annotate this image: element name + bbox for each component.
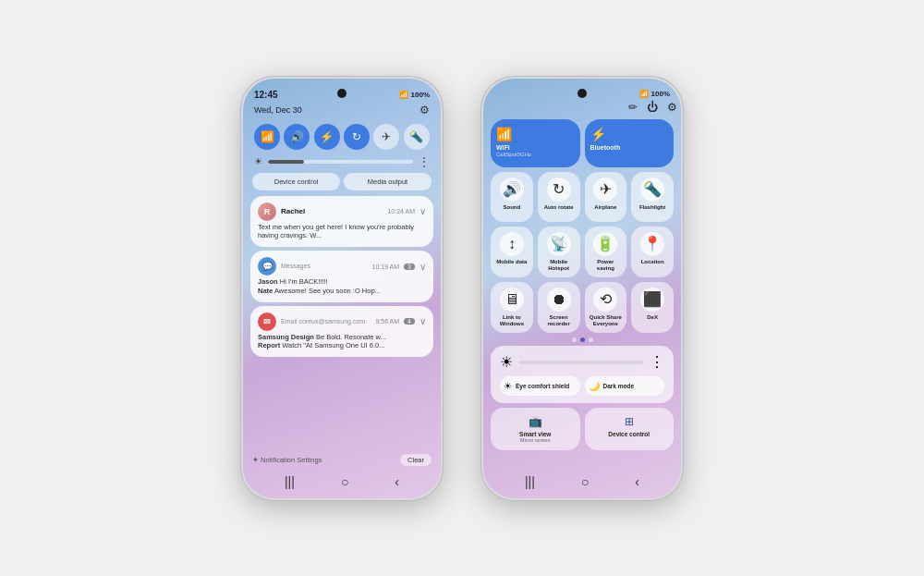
control-btns-1: Device control Media output	[243, 170, 441, 193]
status-icons-2: 📶 100%	[639, 90, 670, 98]
notif-email-body: Samsung Design Be Bold. Resonate w... Re…	[258, 333, 426, 351]
qs-date-1: Wed, Dec 30	[254, 105, 302, 115]
qs-tile-dex[interactable]: ⬛ DeX	[631, 282, 674, 333]
phone-2: 12:45 📶 100% ✏ ⏻ ⚙ 📶 WiFi CellSpot5GHz ⚡	[480, 76, 684, 501]
smart-view-label: Smart view	[519, 431, 551, 437]
gear-icon-1[interactable]: ⚙	[419, 104, 430, 116]
qs-tile-flashlight[interactable]: 🔦 Flashlight	[631, 172, 674, 222]
qs-tile-mobiledata[interactable]: ↕ Mobile data	[491, 227, 533, 277]
time-1: 12:45	[254, 90, 278, 100]
qs-row-2: 🔊 Sound ↻ Auto rotate ✈ Airplane 🔦 Flash…	[491, 172, 674, 222]
flashlight-tile-icon: 🔦	[640, 178, 664, 202]
gear-icon-2[interactable]: ⚙	[667, 101, 677, 114]
notif-rachel-sender: Rachel	[281, 207, 305, 215]
quickshare-tile-icon: ⟲	[593, 288, 617, 312]
power-icon[interactable]: ⏻	[647, 101, 658, 114]
mobiledata-tile-icon: ↕	[500, 232, 524, 256]
qs-tile-powersave[interactable]: 🔋 Power saving	[585, 227, 627, 277]
qs-top-icons-2: ✏ ⏻ ⚙	[483, 101, 681, 119]
qs-tile-quickshare[interactable]: ⟲ Quick Share Everyone	[585, 282, 627, 333]
toggle-flashlight[interactable]: 🔦	[404, 124, 430, 150]
linkwindows-tile-icon: 🖥	[500, 288, 524, 312]
brightness-more-2[interactable]: ⋮	[650, 353, 664, 371]
eye-comfort-btn[interactable]: ☀ Eye comfort shield	[500, 376, 580, 396]
toggle-bluetooth[interactable]: ⚡	[314, 124, 340, 150]
notif-rachel[interactable]: R Rachel 10:24 AM ∨ Text me when you get…	[250, 196, 433, 248]
brightness-panel-row: ☀ ⋮	[500, 353, 664, 371]
dark-mode-btn[interactable]: 🌙 Dark mode	[585, 376, 665, 396]
sound-tile-icon: 🔊	[500, 178, 524, 202]
hotspot-tile-label: Mobile Hotspot	[541, 259, 577, 272]
nav-recent-2[interactable]: |||	[525, 474, 535, 489]
qs-tile-sound[interactable]: 🔊 Sound	[491, 172, 533, 222]
smart-view-tile[interactable]: 📺 Smart view Mirror screen	[491, 408, 580, 450]
powersave-tile-label: Power saving	[589, 259, 624, 272]
qs-tile-linkwindows[interactable]: 🖥 Link to Windows	[491, 282, 533, 333]
dark-mode-label: Dark mode	[603, 383, 635, 389]
nav-recent-1[interactable]: |||	[285, 474, 295, 489]
dex-tile-label: DeX	[647, 314, 658, 321]
notif-rachel-body: Text me when you get here! I know you're…	[258, 223, 426, 241]
notif-msg-2: Nate Awesome! See you soon :O Hop...	[258, 287, 426, 296]
rotate-tile-icon: ↻	[547, 178, 571, 202]
notif-email-expand[interactable]: ∨	[419, 316, 426, 326]
device-control-tile[interactable]: ⊞ Device control	[585, 408, 675, 450]
dot-3	[589, 337, 593, 342]
notif-messages-expand[interactable]: ∨	[419, 262, 426, 272]
notif-messages-avatar: 💬	[258, 257, 276, 276]
device-control-btn[interactable]: Device control	[252, 173, 340, 190]
toggle-airplane[interactable]: ✈	[373, 124, 399, 150]
brightness-icon-1: ☀	[254, 156, 262, 166]
qs-tile-screenrec[interactable]: ⏺ Screen recorder	[538, 282, 580, 333]
screenrec-tile-label: Screen recorder	[541, 314, 577, 327]
brightness-row-1: ☀ ⋮	[243, 153, 441, 170]
toggle-sound[interactable]: 🔊	[284, 124, 310, 150]
phone-2-screen: 12:45 📶 100% ✏ ⏻ ⚙ 📶 WiFi CellSpot5GHz ⚡	[483, 79, 681, 498]
qs-tile-airplane[interactable]: ✈ Airplane	[585, 172, 627, 222]
nav-home-1[interactable]: ○	[341, 474, 348, 489]
wifi-tile-label: WiFi	[496, 144, 510, 152]
brightness-bar-1[interactable]	[268, 160, 413, 164]
brightness-fill-1	[268, 160, 304, 164]
notif-email[interactable]: ✉ Email coreux@samsung.com 9:56 AM 4 ∨ S…	[250, 306, 433, 358]
brightness-more-1[interactable]: ⋮	[419, 155, 430, 168]
toggle-rotate[interactable]: ↻	[344, 124, 370, 150]
notif-rachel-time: 10:24 AM	[387, 208, 415, 214]
brightness-panel-bar[interactable]	[518, 361, 644, 364]
notification-settings-label[interactable]: ✦ Notification Settings	[252, 456, 322, 464]
location-tile-icon: 📍	[640, 232, 664, 256]
notif-messages-time: 10:19 AM	[372, 263, 400, 270]
nav-home-2[interactable]: ○	[581, 474, 589, 489]
nav-back-2[interactable]: ‹	[635, 474, 639, 489]
media-output-btn[interactable]: Media output	[344, 173, 432, 190]
eye-dark-row: ☀ Eye comfort shield 🌙 Dark mode	[500, 376, 664, 396]
qs-tile-wifi[interactable]: 📶 WiFi CellSpot5GHz	[491, 119, 580, 167]
powersave-tile-icon: 🔋	[593, 232, 617, 256]
qs-tile-hotspot[interactable]: 📡 Mobile Hotspot	[538, 227, 580, 277]
notif-rachel-expand[interactable]: ∨	[419, 206, 426, 216]
smart-view-sub: Mirror screen	[520, 437, 550, 443]
eye-comfort-label: Eye comfort shield	[516, 383, 569, 389]
notif-messages-app: Messages	[281, 263, 310, 269]
battery-1: 100%	[411, 91, 430, 99]
notif-messages-header: 💬 Messages 10:19 AM 3 ∨	[258, 257, 426, 276]
clear-btn[interactable]: Clear	[400, 454, 432, 466]
eye-comfort-icon: ☀	[504, 381, 512, 391]
notif-email-1: Samsung Design Be Bold. Resonate w...	[258, 333, 426, 342]
notif-email-avatar: ✉	[258, 313, 276, 331]
qs-tile-location[interactable]: 📍 Location	[631, 227, 674, 277]
toggle-wifi[interactable]: 📶	[254, 124, 280, 150]
qs-tile-autorotate[interactable]: ↻ Auto rotate	[538, 172, 580, 222]
quickshare-tile-label: Quick Share Everyone	[589, 314, 624, 327]
status-icons-1: 📶 100%	[399, 91, 430, 99]
notif-messages[interactable]: 💬 Messages 10:19 AM 3 ∨ Jason Hi I'm BAC…	[250, 251, 433, 302]
qs-tile-bluetooth[interactable]: ⚡ Bluetooth	[585, 119, 675, 167]
pencil-icon[interactable]: ✏	[628, 101, 638, 114]
notif-rachel-avatar: R	[258, 202, 276, 221]
nav-back-1[interactable]: ‹	[395, 474, 399, 489]
notif-messages-count: 3	[404, 263, 415, 270]
notif-rachel-header: R Rachel 10:24 AM ∨	[258, 202, 426, 221]
brightness-sun-icon-2: ☀	[500, 353, 513, 371]
qs-row-3: ↕ Mobile data 📡 Mobile Hotspot 🔋 Power s…	[491, 227, 674, 277]
battery-2: 100%	[651, 90, 670, 98]
